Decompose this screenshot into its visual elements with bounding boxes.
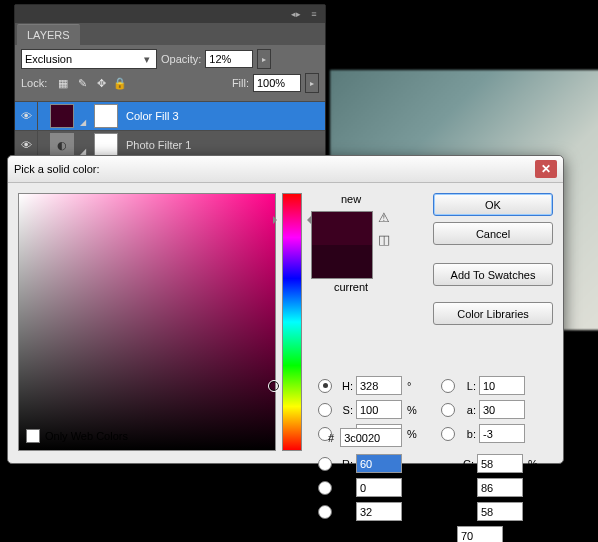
layer-mask-thumb[interactable] xyxy=(94,104,118,128)
label-l: L: xyxy=(460,380,476,392)
input-y[interactable]: 58 xyxy=(477,502,523,521)
layer-fx-icon[interactable]: ◢ xyxy=(76,134,90,156)
layer-name: Photo Filter 1 xyxy=(126,139,191,151)
input-bb2[interactable]: 32 xyxy=(356,502,402,521)
saturation-value-field[interactable] xyxy=(18,193,276,451)
sv-cursor-icon xyxy=(268,380,280,392)
layer-list: 👁 ◢ Color Fill 3 👁 ◐ ◢ Photo Filter 1 xyxy=(15,101,325,159)
input-h[interactable]: 328 xyxy=(356,376,402,395)
current-color-swatch xyxy=(312,245,372,278)
only-web-checkbox[interactable] xyxy=(26,429,40,443)
layer-thumb-color[interactable] xyxy=(50,104,74,128)
new-color-swatch xyxy=(312,212,372,245)
current-label: current xyxy=(312,281,390,293)
input-l[interactable]: 10 xyxy=(479,376,525,395)
unit-b: % xyxy=(407,428,421,440)
label-h: H: xyxy=(337,380,353,392)
input-c[interactable]: 58 xyxy=(477,454,523,473)
layer-row[interactable]: 👁 ◢ Color Fill 3 xyxy=(15,101,325,130)
blend-mode-select[interactable]: Exclusion ▾ xyxy=(21,49,157,69)
label-bb: b: xyxy=(460,428,476,440)
only-web-label: Only Web Colors xyxy=(45,430,128,442)
gamut-warning-icon[interactable]: ⚠ xyxy=(376,209,392,225)
fill-label: Fill: xyxy=(232,77,249,89)
label-r: R: xyxy=(337,458,353,470)
input-r[interactable]: 60 xyxy=(356,454,402,473)
lock-brush-icon[interactable]: ✎ xyxy=(74,75,90,91)
hash-label: # xyxy=(328,432,334,444)
cancel-button[interactable]: Cancel xyxy=(433,222,553,245)
radio-r[interactable] xyxy=(318,457,332,471)
input-a[interactable]: 30 xyxy=(479,400,525,419)
unit-c: % xyxy=(528,458,542,470)
visibility-eye-icon[interactable]: 👁 xyxy=(15,102,38,130)
input-g[interactable]: 0 xyxy=(356,478,402,497)
lock-label: Lock: xyxy=(21,77,47,89)
radio-bb2[interactable] xyxy=(318,505,332,519)
layer-name: Color Fill 3 xyxy=(126,110,179,122)
fill-input[interactable]: 100% xyxy=(253,74,301,92)
label-c: C: xyxy=(458,458,474,470)
color-picker-dialog: Pick a solid color: ✕ new ⚠ xyxy=(7,155,564,464)
radio-a[interactable] xyxy=(441,403,455,417)
input-m[interactable]: 86 xyxy=(477,478,523,497)
lock-transparent-icon[interactable]: ▦ xyxy=(55,75,71,91)
collapse-icon[interactable]: ◂▸ xyxy=(289,8,303,20)
lock-all-icon[interactable]: 🔒 xyxy=(112,75,128,91)
layer-mask-thumb[interactable] xyxy=(94,133,118,157)
label-y: Y: xyxy=(458,506,474,518)
layers-tab[interactable]: LAYERS xyxy=(17,24,80,45)
dialog-title: Pick a solid color: xyxy=(14,163,535,175)
radio-l[interactable] xyxy=(441,379,455,393)
radio-h[interactable] xyxy=(318,379,332,393)
opacity-input[interactable]: 12% xyxy=(205,50,253,68)
input-bb[interactable]: -3 xyxy=(479,424,525,443)
input-k[interactable]: 70 xyxy=(457,526,503,542)
layer-thumb-adjustment[interactable]: ◐ xyxy=(50,133,74,157)
label-s: S: xyxy=(337,404,353,416)
ok-button[interactable]: OK xyxy=(433,193,553,216)
panel-titlebar: ◂▸ ≡ xyxy=(15,5,325,23)
label-a: a: xyxy=(460,404,476,416)
blend-mode-value: Exclusion xyxy=(25,53,72,65)
label-m: M: xyxy=(458,482,474,494)
menu-icon[interactable]: ≡ xyxy=(307,8,321,20)
opacity-flyout-button[interactable]: ▸ xyxy=(257,49,271,69)
unit-y: % xyxy=(528,506,542,518)
input-s[interactable]: 100 xyxy=(356,400,402,419)
unit-k: % xyxy=(508,530,522,542)
color-inputs: H: 328° L: 10 S: 100% a: 30 B: 24% b: -3… xyxy=(318,376,568,542)
color-libraries-button[interactable]: Color Libraries xyxy=(433,302,553,325)
opacity-label: Opacity: xyxy=(161,53,201,65)
lock-move-icon[interactable]: ✥ xyxy=(93,75,109,91)
dialog-titlebar[interactable]: Pick a solid color: ✕ xyxy=(8,156,563,183)
radio-s[interactable] xyxy=(318,403,332,417)
chevron-down-icon: ▾ xyxy=(141,53,153,66)
panel-tab-row: LAYERS xyxy=(15,23,325,45)
unit-s: % xyxy=(407,404,421,416)
input-hex[interactable]: 3c0020 xyxy=(340,428,402,447)
websafe-warning-icon[interactable]: ◫ xyxy=(376,231,392,247)
hue-slider[interactable] xyxy=(282,193,302,451)
close-icon[interactable]: ✕ xyxy=(535,160,557,178)
layer-fx-icon[interactable]: ◢ xyxy=(76,105,90,127)
only-web-colors[interactable]: Only Web Colors xyxy=(26,429,128,443)
unit-h: ° xyxy=(407,380,421,392)
radio-g[interactable] xyxy=(318,481,332,495)
unit-m: % xyxy=(528,482,542,494)
radio-bb[interactable] xyxy=(441,427,455,441)
new-label: new xyxy=(312,193,390,205)
fill-flyout-button[interactable]: ▸ xyxy=(305,73,319,93)
label-bb2: B: xyxy=(337,506,353,518)
add-to-swatches-button[interactable]: Add To Swatches xyxy=(433,263,553,286)
label-g: G: xyxy=(337,482,353,494)
lock-icons: ▦ ✎ ✥ 🔒 xyxy=(55,75,128,91)
color-swatch[interactable] xyxy=(311,211,373,279)
layers-panel: ◂▸ ≡ LAYERS Exclusion ▾ Opacity: 12% ▸ L… xyxy=(14,4,326,160)
label-k: K: xyxy=(438,530,454,542)
